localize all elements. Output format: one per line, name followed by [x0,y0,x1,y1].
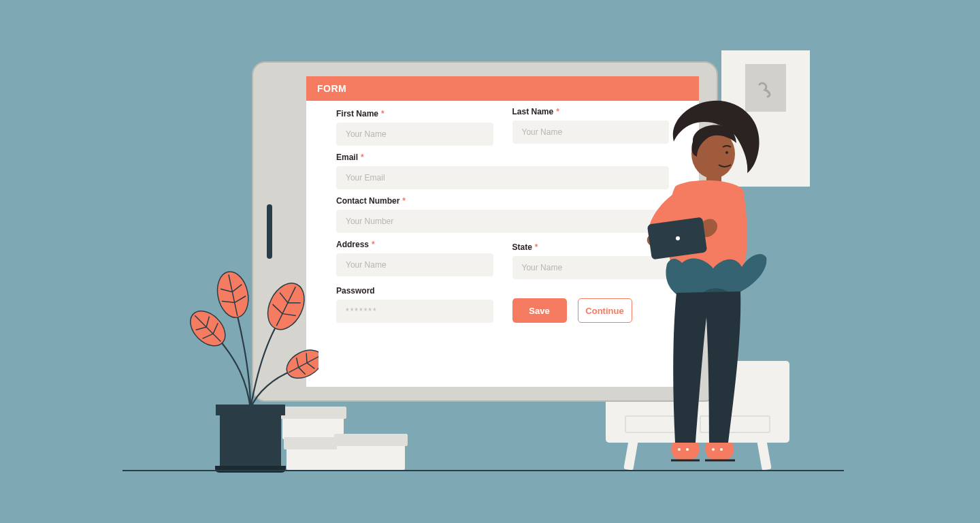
form-title: FORM [317,83,346,94]
svg-point-9 [678,448,681,451]
floor-line [122,470,844,471]
password-input[interactable]: ******* [336,300,493,323]
svg-point-12 [720,448,723,451]
contact-input[interactable]: Your Number [336,210,669,233]
tablet-home-button [267,204,272,259]
svg-point-8 [676,236,680,240]
save-button[interactable]: Save [512,298,567,323]
password-field: Password ******* [336,286,493,323]
address-input[interactable]: Your Name [336,253,493,276]
svg-point-11 [712,448,715,451]
contact-field: Contact Number* Your Number [336,196,669,233]
svg-point-6 [725,151,728,154]
continue-button[interactable]: Continue [578,298,632,323]
email-input[interactable]: Your Email [336,166,669,189]
svg-point-3 [282,345,318,384]
first-name-input[interactable]: Your Name [336,123,493,146]
address-field: Address* Your Name [336,240,493,279]
svg-point-10 [686,448,689,451]
plant [182,266,318,470]
person-illustration [633,89,783,470]
first-name-field: First Name* Your Name [336,109,493,146]
email-field: Email* Your Email [336,153,669,189]
